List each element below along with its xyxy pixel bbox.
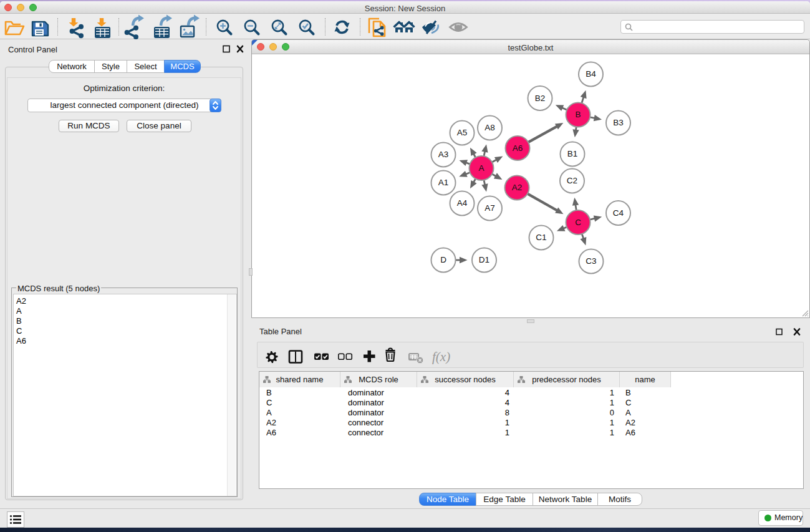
svg-text:B3: B3 — [613, 118, 624, 127]
svg-text:A4: A4 — [457, 198, 468, 208]
svg-text:C2: C2 — [567, 176, 577, 185]
svg-text:D: D — [440, 255, 446, 264]
svg-text:C3: C3 — [586, 256, 596, 266]
svg-text:C: C — [575, 218, 581, 227]
svg-text:B4: B4 — [586, 69, 596, 79]
svg-text:A7: A7 — [485, 203, 495, 213]
svg-text:A8: A8 — [485, 123, 495, 132]
svg-text:A2: A2 — [512, 183, 523, 192]
svg-text:f(x): f(x) — [432, 349, 450, 364]
svg-text:A3: A3 — [438, 150, 449, 159]
svg-text:C4: C4 — [613, 208, 624, 218]
svg-text:A: A — [478, 163, 484, 173]
svg-text:B2: B2 — [535, 94, 546, 103]
svg-text:A5: A5 — [457, 128, 468, 137]
svg-text:B1: B1 — [567, 149, 578, 158]
svg-text:B: B — [575, 110, 581, 119]
svg-text:D1: D1 — [479, 255, 489, 264]
svg-text:A6: A6 — [513, 143, 523, 153]
svg-text:A1: A1 — [438, 178, 449, 187]
svg-text:C1: C1 — [536, 233, 546, 242]
